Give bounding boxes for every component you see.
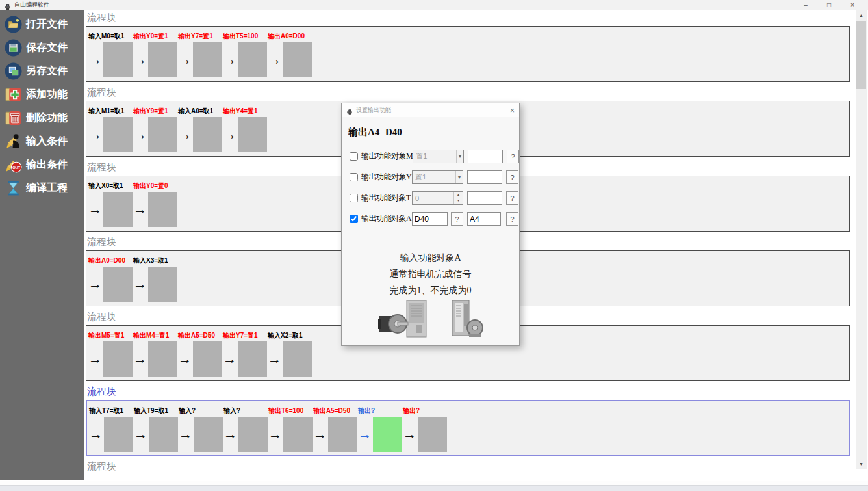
- output-target-t-help-button[interactable]: ?: [506, 191, 518, 205]
- flow-step-block[interactable]: [148, 117, 177, 152]
- flow-item: 输出T6=100→: [268, 406, 313, 455]
- flow-step-block[interactable]: [103, 42, 133, 77]
- arrow-right-icon: →: [223, 117, 238, 152]
- flow-item-label: 输入A0=取1: [178, 107, 223, 115]
- output-target-y-select[interactable]: 置1 ▾: [412, 170, 463, 184]
- sidebar-item-output-condition[interactable]: OUT输出条件: [5, 155, 84, 174]
- window-titlebar[interactable]: 自由编程软件 – □ ×: [0, 0, 868, 10]
- close-button[interactable]: ×: [841, 0, 864, 10]
- arrow-right-icon: →: [88, 117, 103, 152]
- dialog-titlebar[interactable]: 设置输出功能 ×: [342, 103, 519, 117]
- flow-item-label: 输出A0=D00: [268, 32, 313, 40]
- maximize-button[interactable]: □: [817, 0, 841, 10]
- output-target-y-help-button[interactable]: ?: [506, 170, 518, 184]
- sidebar-item-delete-function[interactable]: 删除功能: [5, 109, 84, 127]
- output-target-y-field[interactable]: [467, 170, 502, 184]
- flow-step-block[interactable]: [238, 341, 267, 377]
- flow-item-label: 输入T9=取1: [134, 406, 179, 415]
- minimize-button[interactable]: –: [794, 0, 817, 10]
- dialog-close-icon[interactable]: ×: [510, 107, 515, 114]
- flow-step-block[interactable]: [149, 417, 178, 452]
- sidebar-item-compile-project[interactable]: 编译工程: [5, 179, 84, 198]
- sidebar-item-save-file[interactable]: 保存文件: [5, 38, 84, 57]
- flow-step-block[interactable]: [103, 117, 133, 152]
- output-target-t-checkbox[interactable]: [350, 194, 358, 202]
- flow-item-label: 输入X0=取1: [88, 181, 133, 190]
- spinner-up-icon[interactable]: ▴: [454, 192, 463, 198]
- set-output-function-dialog: 设置输出功能 × 输出A4=D40 输出功能对象M 置1 ▾ ? 输出功能对象Y…: [341, 103, 520, 346]
- flow-step-block[interactable]: [418, 417, 447, 452]
- output-target-a-value-input[interactable]: [412, 212, 448, 226]
- input-condition-icon: [5, 133, 22, 150]
- flow-item-label: 输出?: [403, 406, 448, 415]
- flow-step-block[interactable]: [238, 42, 267, 77]
- flow-item: 输出Y4=置1→: [223, 107, 268, 156]
- sidebar-item-input-condition[interactable]: 输入条件: [5, 132, 84, 151]
- open-file-icon: [5, 16, 22, 33]
- window-title: 自由编程软件: [14, 1, 49, 9]
- flow-item: 输入X3=取1→: [133, 256, 178, 306]
- output-target-t-label: 输出功能对象T: [361, 192, 412, 204]
- spinner-down-icon[interactable]: ▾: [454, 198, 463, 204]
- flow-step-block[interactable]: [103, 192, 133, 227]
- sidebar-item-label: 输出条件: [26, 158, 68, 172]
- flow-step-block[interactable]: [283, 417, 313, 452]
- flow-step-block[interactable]: [193, 341, 222, 377]
- flow-step-block[interactable]: [373, 417, 402, 452]
- flow-step-block[interactable]: [148, 192, 177, 227]
- sidebar-item-label: 另存文件: [26, 64, 68, 78]
- output-target-a-checkbox[interactable]: [350, 215, 358, 223]
- sidebar-item-save-as-file[interactable]: 另存文件: [5, 62, 84, 81]
- output-target-y-checkbox[interactable]: [350, 173, 358, 181]
- flow-step-block[interactable]: [328, 417, 357, 452]
- output-target-y-label: 输出功能对象Y: [361, 172, 412, 183]
- flow-item-label: 输入T7=取1: [89, 406, 134, 415]
- flow-step-block[interactable]: [103, 267, 133, 302]
- flow-item-label: 输出T5=100: [223, 32, 268, 40]
- output-target-a-label: 输出功能对象A: [361, 213, 412, 224]
- output-target-t-row: 输出功能对象T 0 ▴ ▾ ?: [350, 191, 519, 205]
- arrow-right-icon: →: [88, 341, 103, 377]
- output-target-t-field[interactable]: [467, 191, 502, 205]
- output-target-a-help2-button[interactable]: ?: [506, 212, 518, 226]
- output-target-a-help-button[interactable]: ?: [451, 212, 463, 226]
- flow-step-block[interactable]: [194, 417, 223, 452]
- flow-step-block[interactable]: [148, 42, 177, 77]
- output-target-a-address-input[interactable]: [467, 212, 501, 226]
- flow-step-block[interactable]: [238, 117, 267, 152]
- flow-step-block[interactable]: [104, 417, 133, 452]
- arrow-right-icon: →: [178, 42, 193, 77]
- flow-step-block[interactable]: [193, 117, 222, 152]
- flow-item: 输出A5=D50→: [313, 406, 358, 455]
- flow-item: 输出T5=100→: [223, 32, 268, 81]
- output-condition-icon: OUT: [5, 156, 22, 174]
- scroll-down-icon[interactable]: ▼: [856, 459, 867, 469]
- flow-box: 输入M0=取1→输出Y0=置1→输出Y7=置1→输出T5=100→输出A0=D0…: [86, 26, 850, 82]
- flow-step-block[interactable]: [283, 341, 312, 377]
- output-target-m-field[interactable]: [468, 150, 503, 163]
- scroll-up-icon[interactable]: ▲: [856, 10, 867, 20]
- flow-step-block[interactable]: [148, 267, 177, 302]
- sidebar-item-open-file[interactable]: 打开文件: [5, 15, 84, 34]
- save-as-icon: [5, 62, 22, 80]
- flow-step-block[interactable]: [283, 42, 312, 77]
- arrow-right-icon: →: [223, 341, 238, 377]
- flow-item: 输入X0=取1→: [88, 181, 133, 231]
- flow-item-label: 输出T6=100: [268, 406, 313, 415]
- scrollbar-thumb[interactable]: [856, 21, 866, 89]
- flow-item-label: 输出?: [358, 406, 403, 415]
- output-target-t-spinner[interactable]: 0 ▴ ▾: [412, 191, 463, 205]
- output-target-m-checkbox[interactable]: [350, 152, 358, 161]
- output-target-m-select[interactable]: 置1 ▾: [413, 150, 464, 163]
- flow-item: 输入M0=取1→: [88, 32, 133, 81]
- sidebar-item-add-function[interactable]: 添加功能: [5, 85, 84, 104]
- flow-step-block[interactable]: [148, 341, 177, 377]
- flow-step-block[interactable]: [103, 341, 133, 377]
- output-target-m-help-button[interactable]: ?: [507, 150, 519, 163]
- flow-step-block[interactable]: [238, 417, 268, 452]
- vertical-scrollbar[interactable]: ▲ ▼: [856, 10, 867, 469]
- flow-step-block[interactable]: [193, 42, 222, 77]
- sidebar-item-label: 添加功能: [26, 88, 68, 101]
- flow-item: 输出A0=D00→: [268, 32, 313, 81]
- arrow-right-icon: →: [133, 267, 148, 302]
